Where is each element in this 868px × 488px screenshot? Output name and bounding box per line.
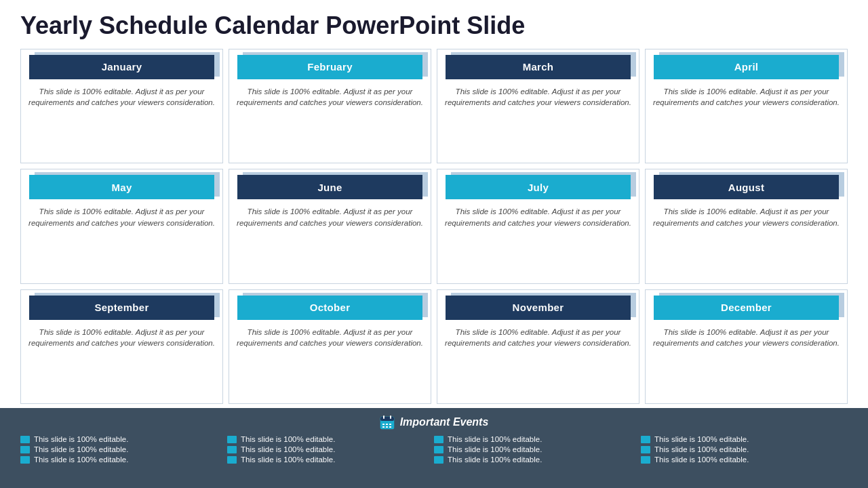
- footer-item-text-1-1: This slide is 100% editable.: [241, 445, 335, 453]
- month-name-november: November: [513, 302, 564, 313]
- footer-bullet-2-0: [434, 436, 443, 443]
- month-card-march: March This slide is 100% editable. Adjus…: [437, 49, 639, 163]
- month-name-july: July: [528, 182, 549, 193]
- footer-item-text-2-2: This slide is 100% editable.: [448, 455, 542, 464]
- month-name-march: March: [523, 61, 554, 73]
- month-header-january: January: [29, 55, 214, 79]
- footer-item-1-2: This slide is 100% editable.: [227, 455, 434, 464]
- month-body-july: This slide is 100% editable. Adjust it a…: [437, 199, 639, 283]
- calendar-grid: January This slide is 100% editable. Adj…: [20, 49, 848, 408]
- month-header-june: June: [237, 175, 422, 199]
- month-text-november: This slide is 100% editable. Adjust it a…: [444, 327, 632, 349]
- footer-item-text-3-2: This slide is 100% editable.: [654, 455, 749, 464]
- month-header-september: September: [29, 296, 214, 320]
- month-name-december: December: [721, 302, 772, 313]
- footer-col-0: This slide is 100% editable. This slide …: [20, 435, 227, 464]
- month-text-march: This slide is 100% editable. Adjust it a…: [444, 86, 632, 108]
- footer-title-text: Important Events: [400, 416, 489, 428]
- month-card-may: May This slide is 100% editable. Adjust …: [20, 169, 223, 283]
- footer-bullet-0-1: [20, 446, 30, 453]
- month-header-may: May: [29, 175, 214, 199]
- month-body-may: This slide is 100% editable. Adjust it a…: [21, 199, 222, 283]
- footer-item-0-1: This slide is 100% editable.: [20, 445, 227, 453]
- footer-item-2-0: This slide is 100% editable.: [434, 435, 641, 443]
- calendar-icon: [380, 415, 395, 430]
- footer-col-3: This slide is 100% editable. This slide …: [641, 435, 848, 464]
- month-body-january: This slide is 100% editable. Adjust it a…: [21, 79, 222, 163]
- month-text-february: This slide is 100% editable. Adjust it a…: [236, 86, 424, 108]
- month-card-june: June This slide is 100% editable. Adjust…: [229, 169, 431, 283]
- footer-items: This slide is 100% editable. This slide …: [20, 435, 848, 464]
- month-card-february: February This slide is 100% editable. Ad…: [229, 49, 431, 163]
- footer-item-3-0: This slide is 100% editable.: [641, 435, 848, 443]
- month-name-may: May: [111, 182, 132, 193]
- footer-item-1-0: This slide is 100% editable.: [227, 435, 434, 443]
- footer-item-0-0: This slide is 100% editable.: [20, 435, 227, 443]
- month-card-november: November This slide is 100% editable. Ad…: [437, 289, 639, 404]
- month-card-july: July This slide is 100% editable. Adjust…: [437, 169, 639, 283]
- month-name-june: June: [317, 182, 342, 193]
- month-card-september: September This slide is 100% editable. A…: [20, 289, 223, 404]
- month-header-august: August: [654, 175, 839, 199]
- month-text-january: This slide is 100% editable. Adjust it a…: [28, 86, 216, 108]
- month-body-october: This slide is 100% editable. Adjust it a…: [229, 320, 431, 403]
- footer-item-text-0-0: This slide is 100% editable.: [34, 435, 128, 443]
- footer-bullet-0-2: [20, 456, 30, 464]
- footer-item-text-3-0: This slide is 100% editable.: [654, 435, 749, 443]
- footer-bullet-1-2: [227, 456, 237, 464]
- footer-item-1-1: This slide is 100% editable.: [227, 445, 434, 453]
- svg-rect-9: [389, 426, 391, 428]
- footer-bullet-2-1: [434, 446, 443, 453]
- footer: Important Events This slide is 100% edit…: [0, 408, 868, 488]
- month-header-december: December: [654, 296, 839, 320]
- svg-rect-8: [386, 426, 388, 428]
- month-text-april: This slide is 100% editable. Adjust it a…: [652, 86, 840, 108]
- footer-bullet-0-0: [20, 436, 30, 443]
- slide: Yearly Schedule Calendar PowerPoint Slid…: [0, 0, 868, 488]
- month-card-december: December This slide is 100% editable. Ad…: [645, 289, 848, 404]
- month-body-april: This slide is 100% editable. Adjust it a…: [646, 79, 847, 163]
- footer-bullet-3-0: [641, 436, 650, 443]
- footer-item-text-2-1: This slide is 100% editable.: [448, 445, 542, 453]
- month-header-july: July: [446, 175, 631, 199]
- footer-item-3-2: This slide is 100% editable.: [641, 455, 848, 464]
- month-text-june: This slide is 100% editable. Adjust it a…: [236, 206, 424, 228]
- footer-item-text-0-1: This slide is 100% editable.: [34, 445, 128, 453]
- footer-title-row: Important Events: [380, 415, 489, 430]
- month-name-april: April: [734, 61, 759, 73]
- svg-rect-4: [382, 424, 384, 425]
- month-name-february: February: [307, 61, 353, 73]
- month-body-august: This slide is 100% editable. Adjust it a…: [646, 199, 847, 283]
- footer-item-text-0-2: This slide is 100% editable.: [34, 455, 128, 464]
- month-text-december: This slide is 100% editable. Adjust it a…: [652, 327, 840, 349]
- month-name-september: September: [94, 302, 149, 313]
- month-header-february: February: [237, 55, 422, 79]
- month-body-september: This slide is 100% editable. Adjust it a…: [21, 320, 222, 403]
- month-card-january: January This slide is 100% editable. Adj…: [20, 49, 223, 163]
- month-body-november: This slide is 100% editable. Adjust it a…: [437, 320, 639, 403]
- footer-bullet-3-2: [641, 456, 650, 464]
- month-card-october: October This slide is 100% editable. Adj…: [229, 289, 431, 404]
- footer-item-3-1: This slide is 100% editable.: [641, 445, 848, 453]
- footer-item-0-2: This slide is 100% editable.: [20, 455, 227, 464]
- month-body-december: This slide is 100% editable. Adjust it a…: [646, 320, 847, 403]
- month-name-january: January: [102, 61, 142, 73]
- svg-rect-7: [382, 426, 384, 428]
- svg-rect-5: [386, 424, 388, 425]
- footer-bullet-1-1: [227, 446, 237, 453]
- footer-item-text-2-0: This slide is 100% editable.: [448, 435, 542, 443]
- footer-item-text-1-2: This slide is 100% editable.: [241, 455, 335, 464]
- footer-col-2: This slide is 100% editable. This slide …: [434, 435, 641, 464]
- month-header-april: April: [654, 55, 839, 79]
- footer-item-2-2: This slide is 100% editable.: [434, 455, 641, 464]
- month-body-march: This slide is 100% editable. Adjust it a…: [437, 79, 639, 163]
- footer-item-2-1: This slide is 100% editable.: [434, 445, 641, 453]
- month-name-august: August: [728, 182, 764, 193]
- footer-bullet-2-2: [434, 456, 443, 464]
- month-text-august: This slide is 100% editable. Adjust it a…: [652, 206, 840, 228]
- svg-rect-2: [383, 415, 384, 419]
- month-card-april: April This slide is 100% editable. Adjus…: [645, 49, 848, 163]
- month-header-november: November: [446, 296, 631, 320]
- month-text-october: This slide is 100% editable. Adjust it a…: [236, 327, 424, 349]
- footer-bullet-1-0: [227, 436, 237, 443]
